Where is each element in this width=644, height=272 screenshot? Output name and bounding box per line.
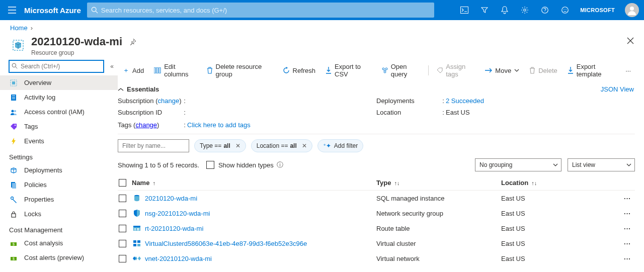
pin-button[interactable]: [129, 38, 136, 45]
nav-cost-analysis[interactable]: $ Cost analysis: [0, 236, 118, 250]
export-template-button[interactable]: Export template: [562, 62, 621, 78]
nav-properties-label: Properties: [24, 196, 54, 203]
filter-type-value: all: [223, 142, 230, 149]
collapse-menu-button[interactable]: «: [110, 63, 114, 70]
deployments-link[interactable]: 2 Succeeded: [446, 97, 484, 105]
resource-type: Virtual network: [376, 255, 501, 262]
col-type-label: Type: [376, 179, 391, 187]
settings-button[interactable]: [515, 0, 535, 20]
nav-hdr-cost: Cost Management: [0, 221, 118, 236]
global-search-input[interactable]: [101, 7, 430, 14]
hamburger-menu[interactable]: [0, 7, 24, 14]
resource-icon: [133, 254, 141, 262]
account-avatar[interactable]: [625, 3, 639, 17]
filter-name-input[interactable]: [118, 139, 189, 152]
view-dropdown-label: List view: [572, 161, 595, 168]
nav-policies[interactable]: Policies: [0, 177, 118, 192]
feedback-button[interactable]: [555, 0, 575, 20]
row-context-menu[interactable]: ···: [620, 195, 635, 202]
json-view-link[interactable]: JSON View: [601, 85, 634, 93]
row-checkbox[interactable]: [119, 255, 126, 262]
svg-point-5: [562, 7, 569, 14]
row-checkbox[interactable]: [119, 240, 126, 247]
nav-events[interactable]: Events: [0, 134, 118, 148]
chevron-up-icon: [118, 87, 124, 92]
add-filter-icon: ⁺✦: [323, 142, 331, 149]
resource-menu-search[interactable]: [9, 60, 104, 72]
pin-icon: [129, 38, 136, 45]
show-hidden-checkbox[interactable]: [206, 161, 214, 169]
tags-change-link[interactable]: change: [135, 121, 157, 129]
notifications-button[interactable]: [495, 0, 515, 20]
nav-deployments[interactable]: Deployments: [0, 163, 118, 177]
essentials-label: Essentials: [127, 85, 159, 93]
show-hidden-info[interactable]: ⓘ: [277, 160, 283, 169]
col-name-header[interactable]: Name↑: [132, 179, 376, 187]
refresh-label: Refresh: [293, 67, 316, 74]
nav-iam[interactable]: Access control (IAM): [0, 105, 118, 119]
svg-point-33: [384, 71, 386, 73]
sort-icon: ↑↓: [394, 180, 399, 186]
delete-button[interactable]: Delete: [524, 62, 562, 78]
resource-link[interactable]: rt-20210120-wda-mi: [145, 225, 203, 232]
row-checkbox[interactable]: [119, 210, 126, 217]
grouping-dropdown[interactable]: No grouping: [475, 158, 561, 171]
delete-rg-button[interactable]: Delete resource group: [202, 62, 278, 78]
global-search[interactable]: [87, 3, 434, 18]
filter-pill-type[interactable]: Type == all ✕: [194, 139, 246, 152]
export-csv-button[interactable]: Export to CSV: [320, 62, 376, 78]
assign-tags-button[interactable]: Assign tags: [432, 62, 480, 78]
nav-iam-label: Access control (IAM): [24, 108, 85, 116]
select-all-checkbox[interactable]: [119, 179, 126, 187]
breadcrumb-home[interactable]: Home: [10, 24, 28, 32]
question-icon: [541, 7, 548, 14]
toolbar-overflow[interactable]: ···: [621, 67, 635, 74]
nav-properties[interactable]: Properties: [0, 192, 118, 207]
resource-link[interactable]: VirtualClusterd586063e-41eb-4e87-99d3-f6…: [145, 240, 307, 247]
refresh-button[interactable]: Refresh: [278, 62, 321, 78]
add-filter-button[interactable]: ⁺✦ Add filter: [317, 139, 363, 152]
table-row: VirtualClusterd586063e-41eb-4e87-99d3-f6…: [118, 236, 635, 251]
row-checkbox[interactable]: [119, 195, 126, 202]
subscription-key: Subscription: [118, 97, 154, 105]
view-dropdown[interactable]: List view: [568, 158, 635, 171]
plus-icon: ＋: [123, 66, 129, 75]
resource-link[interactable]: vnet-20210120-wda-mi: [145, 255, 212, 262]
nav-tags[interactable]: Tags: [0, 119, 118, 134]
resource-icon: [133, 194, 141, 202]
add-button[interactable]: ＋Add: [118, 62, 149, 78]
brand-label[interactable]: Microsoft Azure: [24, 6, 87, 15]
svg-point-19: [15, 124, 16, 125]
cloud-shell-button[interactable]: [454, 0, 474, 20]
col-location-header[interactable]: Location↑↓: [501, 179, 612, 187]
svg-rect-38: [137, 228, 139, 229]
row-context-menu[interactable]: ···: [620, 210, 635, 217]
svg-rect-28: [154, 67, 155, 73]
help-button[interactable]: [535, 0, 555, 20]
svg-point-3: [524, 9, 526, 11]
edit-columns-button[interactable]: Edit columns: [149, 62, 201, 78]
row-context-menu[interactable]: ···: [620, 225, 635, 232]
directories-button[interactable]: [474, 0, 495, 20]
row-context-menu[interactable]: ···: [620, 255, 635, 262]
close-blade-button[interactable]: [627, 37, 634, 44]
open-query-button[interactable]: Open query: [376, 62, 426, 78]
tags-add-link[interactable]: Click here to add tags: [187, 121, 251, 129]
filter-pill-location[interactable]: Location == all ✕: [251, 139, 312, 152]
filter-loc-clear[interactable]: ✕: [302, 142, 307, 149]
subscription-id-key: Subscription ID: [118, 109, 182, 116]
subscription-change-link[interactable]: change: [158, 97, 180, 105]
resource-link[interactable]: nsg-20210120-wda-mi: [145, 210, 210, 217]
resource-link[interactable]: 20210120-wda-mi: [145, 195, 197, 202]
nav-overview[interactable]: Overview: [0, 75, 118, 90]
svg-rect-39: [134, 230, 136, 231]
essentials-toggle[interactable]: [118, 87, 124, 92]
col-type-header[interactable]: Type↑↓: [376, 179, 501, 187]
move-button[interactable]: Move: [480, 62, 524, 78]
nav-cost-alerts[interactable]: $ Cost alerts (preview): [0, 250, 118, 265]
row-context-menu[interactable]: ···: [620, 240, 635, 247]
row-checkbox[interactable]: [119, 225, 126, 232]
nav-activity-log[interactable]: Activity log: [0, 90, 118, 105]
nav-locks[interactable]: Locks: [0, 207, 118, 221]
filter-type-clear[interactable]: ✕: [235, 142, 240, 149]
